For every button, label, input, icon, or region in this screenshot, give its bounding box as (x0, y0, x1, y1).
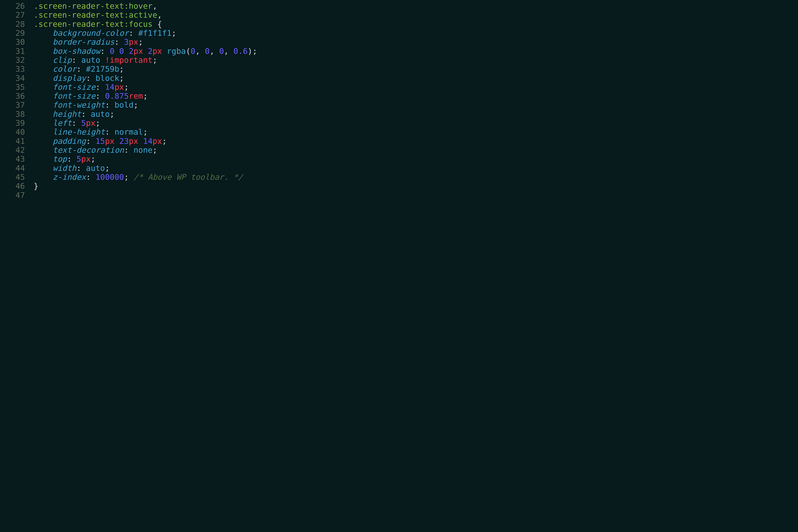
code-line[interactable]: 35 font-size: 14px; (0, 83, 798, 92)
token-num: 0 (110, 46, 114, 56)
line-number: 44 (0, 164, 34, 173)
token-pseudo: :active (124, 11, 157, 20)
token-prop: display (53, 74, 86, 83)
code-line[interactable]: 27.screen-reader-text:active, (0, 11, 798, 20)
token-unit: px (129, 136, 138, 146)
code-line[interactable]: 43 top: 5px; (0, 155, 798, 164)
token-val: #f1f1f1 (138, 28, 171, 38)
code-line[interactable]: 30 border-radius: 3px; (0, 38, 798, 46)
token-num: 23 (119, 136, 129, 146)
token-unit: px (153, 136, 162, 146)
token-args: 0.6 (233, 46, 248, 56)
code-content[interactable]: font-size: 0.875rem; (34, 92, 798, 100)
token-args: 0 (205, 46, 210, 56)
token-punct: : (100, 46, 110, 56)
code-line[interactable]: 40 line-height: normal; (0, 128, 798, 136)
line-number: 39 (0, 119, 34, 128)
token-punct (114, 46, 119, 56)
token-punct: : (114, 37, 124, 46)
code-content[interactable]: padding: 15px 23px 14px; (34, 137, 798, 146)
code-line[interactable]: 37 font-weight: bold; (0, 100, 798, 110)
token-unit: px (105, 136, 114, 146)
code-line[interactable]: 41 padding: 15px 23px 14px; (0, 137, 798, 146)
code-content[interactable]: font-weight: bold; (34, 100, 798, 110)
code-line[interactable]: 38 height: auto; (0, 110, 798, 119)
code-line[interactable]: 29 background-color: #f1f1f1; (0, 29, 798, 38)
code-line[interactable]: 34 display: block; (0, 74, 798, 83)
token-punct: : (72, 118, 81, 128)
token-args: 0 (191, 46, 195, 56)
token-prop: text-decoration (53, 146, 124, 155)
token-punct: : (105, 100, 114, 110)
code-content[interactable]: box-shadow: 0 0 2px 2px rgba(0, 0, 0, 0.… (34, 47, 798, 56)
code-line[interactable]: 36 font-size: 0.875rem; (0, 92, 798, 100)
code-content[interactable]: .screen-reader-text:focus { (34, 20, 798, 29)
line-number: 47 (0, 191, 34, 200)
token-unit: px (129, 37, 138, 46)
code-content[interactable]: z-index: 100000; /* Above WP toolbar. */ (34, 173, 798, 182)
code-line[interactable]: 45 z-index: 100000; /* Above WP toolbar.… (0, 173, 798, 182)
line-number: 27 (0, 11, 34, 20)
code-content[interactable]: } (34, 182, 798, 191)
line-number: 29 (0, 29, 34, 38)
code-line[interactable]: 39 left: 5px; (0, 119, 798, 128)
token-num: 5 (81, 118, 86, 128)
token-num: 100000 (95, 172, 124, 182)
code-content[interactable]: text-decoration: none; (34, 146, 798, 155)
token-val: auto (81, 56, 100, 64)
code-line[interactable]: 31 box-shadow: 0 0 2px 2px rgba(0, 0, 0,… (0, 47, 798, 56)
token-punct: ; (119, 74, 124, 83)
code-content[interactable]: line-height: normal; (34, 128, 798, 136)
code-content[interactable]: font-size: 14px; (34, 83, 798, 92)
token-brace: } (34, 182, 38, 191)
line-number: 42 (0, 146, 34, 155)
token-val: #21759b (86, 64, 119, 74)
token-punct: ; (119, 64, 124, 74)
token-num: 14 (105, 82, 114, 92)
token-punct: ; (105, 164, 110, 173)
token-prop: color (53, 64, 76, 74)
token-punct: : (95, 92, 105, 100)
token-punct: ; (138, 37, 143, 46)
token-sel: .screen-reader-text (34, 11, 124, 20)
code-content[interactable]: height: auto; (34, 110, 798, 119)
code-line[interactable]: 33 color: #21759b; (0, 64, 798, 74)
token-punct (124, 46, 129, 56)
token-punct: ; (171, 28, 176, 38)
code-line[interactable]: 26.screen-reader-text:hover, (0, 2, 798, 11)
code-content[interactable]: border-radius: 3px; (34, 38, 798, 46)
code-content[interactable]: clip: auto !important; (34, 56, 798, 64)
token-punct: : (86, 136, 96, 146)
code-line[interactable]: 28.screen-reader-text:focus { (0, 20, 798, 29)
code-content[interactable]: top: 5px; (34, 155, 798, 164)
token-punct (143, 46, 148, 56)
line-number: 32 (0, 56, 34, 64)
code-content[interactable]: background-color: #f1f1f1; (34, 29, 798, 38)
code-line[interactable]: 44 width: auto; (0, 164, 798, 173)
token-num: 2 (129, 46, 134, 56)
token-unit: rem (129, 92, 143, 100)
code-line[interactable]: 42 text-decoration: none; (0, 146, 798, 155)
token-val: none (133, 146, 153, 155)
code-content[interactable]: left: 5px; (34, 119, 798, 128)
code-line[interactable]: 46} (0, 182, 798, 191)
code-line[interactable]: 32 clip: auto !important; (0, 56, 798, 64)
token-punct: ) (248, 46, 252, 56)
code-content[interactable]: width: auto; (34, 164, 798, 173)
token-punct: : (95, 82, 105, 92)
token-punct: : (72, 56, 81, 64)
token-num: 3 (124, 37, 129, 46)
token-val: normal (114, 127, 143, 136)
line-number: 41 (0, 137, 34, 146)
code-content[interactable]: display: block; (34, 74, 798, 83)
code-content[interactable]: color: #21759b; (34, 64, 798, 74)
code-content[interactable]: .screen-reader-text:hover, (34, 2, 798, 11)
token-punct: ; (124, 82, 129, 92)
token-punct (129, 172, 134, 182)
code-editor[interactable]: 26.screen-reader-text:hover,27.screen-re… (0, 0, 798, 200)
code-content[interactable]: .screen-reader-text:active, (34, 11, 798, 20)
code-line[interactable]: 47 (0, 191, 798, 200)
token-prop: clip (53, 56, 72, 64)
token-punct (114, 136, 119, 146)
line-number: 31 (0, 47, 34, 56)
